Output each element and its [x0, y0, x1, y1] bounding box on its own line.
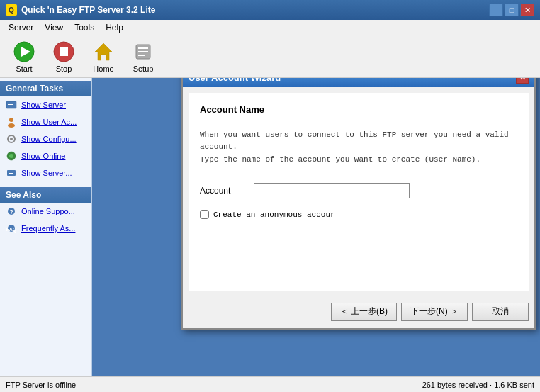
svg-point-12 — [9, 118, 13, 122]
back-button[interactable]: ＜ 上一步(B) — [331, 303, 397, 321]
home-icon — [92, 40, 115, 63]
start-icon — [13, 40, 35, 63]
menu-server[interactable]: Server — [3, 21, 39, 34]
minimize-button[interactable]: — — [489, 4, 503, 16]
online-support-label: Online Suppo... — [21, 207, 75, 215]
svg-rect-7 — [138, 51, 148, 52]
sidebar-item-show-server[interactable]: Show Server — [0, 96, 91, 113]
app-title: Quick 'n Easy FTP Server 3.2 Lite — [21, 5, 155, 15]
see-also-section: See Also ? Online Suppo... FAQ Fr — [0, 184, 91, 240]
content-area: ccount Wizard accounts line User Account… — [92, 78, 540, 376]
cancel-button[interactable]: 取消 — [472, 303, 529, 321]
home-label: Home — [93, 65, 113, 73]
status-right: 261 bytes received · 1.6 KB sent — [422, 381, 534, 389]
show-config-label: Show Configu... — [21, 135, 77, 143]
sidebar: General Tasks Show Server — [0, 78, 92, 376]
show-online-label: Show Online — [21, 152, 65, 160]
anonymous-checkbox-label: Create an anonymous accour — [213, 211, 335, 219]
setup-icon — [132, 40, 154, 63]
sidebar-item-show-server2[interactable]: Show Server... — [0, 164, 91, 181]
close-button[interactable]: ✕ — [520, 4, 534, 16]
svg-rect-11 — [8, 104, 13, 105]
svg-rect-10 — [8, 103, 15, 103]
show-online-icon — [6, 150, 17, 162]
show-server-icon — [6, 99, 17, 111]
next-button[interactable]: 下一步(N) ＞ — [401, 303, 468, 321]
sidebar-item-online-support[interactable]: ? Online Suppo... — [0, 203, 91, 220]
start-button[interactable]: Start — [6, 38, 43, 75]
svg-rect-6 — [138, 47, 148, 49]
svg-marker-4 — [95, 43, 112, 60]
general-tasks-title: General Tasks — [0, 81, 91, 96]
sidebar-item-show-user-ac[interactable]: Show User Ac... — [0, 113, 91, 130]
dialog-overlay: User Account Wizard ✕ Account Name When … — [92, 78, 540, 361]
title-bar-controls: — □ ✕ — [489, 4, 534, 16]
svg-rect-3 — [60, 47, 68, 56]
show-server2-label: Show Server... — [21, 169, 72, 177]
account-input[interactable] — [254, 183, 410, 198]
account-label: Account — [200, 186, 242, 196]
show-user-ac-label: Show User Ac... — [21, 118, 77, 126]
svg-point-13 — [8, 123, 15, 128]
dialog-footer: ＜ 上一步(B) 下一步(N) ＞ 取消 — [183, 297, 534, 328]
dialog-title-bar: User Account Wizard ✕ — [183, 78, 534, 87]
menu-help[interactable]: Help — [100, 21, 129, 34]
status-bar: FTP Server is offline 261 bytes received… — [0, 376, 540, 392]
menu-bar: Server View Tools Help — [0, 20, 540, 35]
svg-point-17 — [9, 154, 13, 158]
title-bar: Q Quick 'n Easy FTP Server 3.2 Lite — □ … — [0, 0, 540, 20]
anonymous-checkbox-row: Create an anonymous accour — [200, 210, 517, 219]
user-account-wizard-dialog: User Account Wizard ✕ Account Name When … — [181, 78, 536, 330]
toolbar: Start Stop Home Setup — [0, 35, 540, 78]
svg-point-15 — [10, 138, 13, 140]
dialog-body: Account Name When you want users to conn… — [189, 93, 529, 291]
menu-tools[interactable]: Tools — [69, 21, 100, 34]
dialog-close-button[interactable]: ✕ — [516, 78, 529, 84]
menu-view[interactable]: View — [39, 21, 69, 34]
anonymous-checkbox[interactable] — [200, 210, 209, 219]
stop-button[interactable]: Stop — [45, 38, 82, 75]
maximize-button[interactable]: □ — [505, 4, 519, 16]
see-also-title: See Also — [0, 187, 91, 203]
svg-rect-19 — [9, 172, 14, 172]
title-bar-left: Q Quick 'n Easy FTP Server 3.2 Lite — [6, 4, 155, 16]
show-user-icon — [6, 116, 17, 128]
sidebar-item-show-online[interactable]: Show Online — [0, 147, 91, 164]
dialog-description: When you want users to connect to this F… — [200, 129, 517, 167]
start-label: Start — [16, 65, 32, 73]
svg-text:FAQ: FAQ — [6, 227, 17, 233]
dialog-section-title: Account Name — [200, 104, 517, 115]
main-area: General Tasks Show Server — [0, 78, 540, 376]
setup-label: Setup — [133, 65, 154, 73]
dialog-title: User Account Wizard — [189, 78, 281, 83]
sidebar-item-show-config[interactable]: Show Configu... — [0, 130, 91, 147]
stop-label: Stop — [56, 65, 72, 73]
online-support-icon: ? — [6, 206, 17, 217]
svg-rect-8 — [138, 55, 145, 56]
faq-icon: FAQ — [6, 223, 17, 234]
sidebar-item-faq[interactable]: FAQ Frequently As... — [0, 220, 91, 237]
show-server2-icon — [6, 167, 17, 179]
svg-text:?: ? — [9, 208, 13, 215]
status-left: FTP Server is offline — [6, 381, 76, 389]
general-tasks-section: General Tasks Show Server — [0, 78, 91, 184]
app-icon: Q — [6, 4, 17, 16]
faq-label: Frequently As... — [21, 224, 75, 233]
account-field-row: Account — [200, 183, 517, 198]
stop-icon — [52, 40, 75, 63]
svg-rect-20 — [9, 173, 13, 174]
show-config-icon — [6, 133, 17, 145]
setup-button[interactable]: Setup — [125, 38, 162, 75]
home-button[interactable]: Home — [85, 38, 122, 75]
show-server-label: Show Server — [21, 101, 66, 109]
